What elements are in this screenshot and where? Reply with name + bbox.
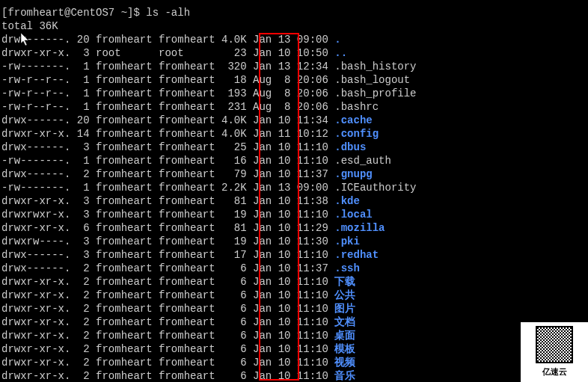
file-name: .config <box>334 128 379 140</box>
file-name: .pki <box>334 235 360 247</box>
file-meta: drwxrw----. 3 fromheart fromheart 19 Jan… <box>1 235 334 247</box>
list-item: drwxr-xr-x. 14 fromheart fromheart 4.0K … <box>1 127 587 141</box>
file-meta: drwxr-xr-x. 2 fromheart fromheart 6 Jan … <box>1 303 334 315</box>
list-item: drwxr-xr-x. 2 fromheart fromheart 6 Jan … <box>1 369 587 382</box>
file-meta: drwxr-xr-x. 2 fromheart fromheart 6 Jan … <box>1 316 334 328</box>
file-name: .bash_profile <box>334 87 416 99</box>
file-name: 音乐 <box>334 370 355 382</box>
total-line: total 36K <box>1 19 587 33</box>
qr-label: 亿速云 <box>542 365 567 378</box>
file-meta: drwxr-xr-x. 2 fromheart fromheart 6 Jan … <box>1 370 334 382</box>
file-name: .bashrc <box>334 101 379 113</box>
shell-prompt: [fromheart@CentOS7 ~]$ <box>1 7 146 19</box>
file-meta: -rw-------. 1 fromheart fromheart 2.2K J… <box>1 182 334 194</box>
file-listing: drwx------. 20 fromheart fromheart 4.0K … <box>1 33 587 382</box>
file-meta: drwxr-xr-x. 6 fromheart fromheart 81 Jan… <box>1 222 334 234</box>
list-item: drwxr-xr-x. 2 fromheart fromheart 6 Jan … <box>1 289 587 302</box>
file-name: .ssh <box>334 262 360 274</box>
file-name: .cache <box>334 114 372 126</box>
file-meta: -rw-r--r--. 1 fromheart fromheart 231 Au… <box>1 101 334 113</box>
file-name: .redhat <box>334 249 379 261</box>
list-item: -rw-------. 1 fromheart fromheart 320 Ja… <box>1 60 587 73</box>
list-item: drwxr-xr-x. 3 fromheart fromheart 81 Jan… <box>1 194 587 208</box>
list-item: drwxr-xr-x. 2 fromheart fromheart 6 Jan … <box>1 315 587 329</box>
list-item: drwx------. 2 fromheart fromheart 79 Jan… <box>1 167 587 181</box>
file-name: . <box>334 34 340 46</box>
file-name: .gnupg <box>334 168 372 180</box>
list-item: drwxr-xr-x. 2 fromheart fromheart 6 Jan … <box>1 342 587 356</box>
file-name: 文档 <box>334 316 355 328</box>
qr-code-icon <box>536 326 573 363</box>
file-name: 公共 <box>334 289 355 301</box>
file-name: .esd_auth <box>334 155 391 167</box>
file-name: .. <box>334 47 347 59</box>
list-item: drwxrwxr-x. 3 fromheart fromheart 19 Jan… <box>1 208 587 221</box>
file-meta: drwx------. 2 fromheart fromheart 6 Jan … <box>1 262 334 274</box>
file-name: 桌面 <box>334 330 355 342</box>
file-meta: drwx------. 2 fromheart fromheart 79 Jan… <box>1 168 334 180</box>
file-meta: -rw-r--r--. 1 fromheart fromheart 193 Au… <box>1 87 334 99</box>
list-item: -rw-------. 1 fromheart fromheart 16 Jan… <box>1 154 587 167</box>
file-name: 视频 <box>334 357 355 369</box>
file-name: .mozilla <box>334 222 385 234</box>
list-item: -rw-r--r--. 1 fromheart fromheart 18 Aug… <box>1 73 587 87</box>
file-meta: drwxr-xr-x. 2 fromheart fromheart 6 Jan … <box>1 289 334 301</box>
list-item: drwx------. 20 fromheart fromheart 4.0K … <box>1 114 587 127</box>
file-meta: drwx------. 20 fromheart fromheart 4.0K … <box>1 114 334 126</box>
list-item: drwxrw----. 3 fromheart fromheart 19 Jan… <box>1 235 587 248</box>
list-item: -rw-------. 1 fromheart fromheart 2.2K J… <box>1 181 587 194</box>
file-name: .kde <box>334 195 360 207</box>
qr-widget[interactable]: 亿速云 <box>521 322 588 382</box>
file-name: .bash_history <box>334 61 416 73</box>
file-meta: -rw-------. 1 fromheart fromheart 320 Ja… <box>1 61 334 73</box>
file-meta: drwxr-xr-x. 3 root root 23 Jan 10 10:50 <box>1 47 334 59</box>
list-item: drwxr-xr-x. 2 fromheart fromheart 6 Jan … <box>1 356 587 369</box>
file-meta: drwxr-xr-x. 2 fromheart fromheart 6 Jan … <box>1 343 334 355</box>
file-name: .bash_logout <box>334 74 410 86</box>
file-meta: drwx------. 20 fromheart fromheart 4.0K … <box>1 34 334 46</box>
list-item: drwxr-xr-x. 2 fromheart fromheart 6 Jan … <box>1 275 587 289</box>
list-item: drwxr-xr-x. 6 fromheart fromheart 81 Jan… <box>1 221 587 235</box>
file-meta: -rw-------. 1 fromheart fromheart 16 Jan… <box>1 155 334 167</box>
file-meta: drwx------. 3 fromheart fromheart 25 Jan… <box>1 141 334 153</box>
list-item: drwx------. 2 fromheart fromheart 6 Jan … <box>1 262 587 275</box>
file-name: 下载 <box>334 276 355 288</box>
file-meta: drwxr-xr-x. 2 fromheart fromheart 6 Jan … <box>1 357 334 369</box>
file-meta: drwxr-xr-x. 2 fromheart fromheart 6 Jan … <box>1 330 334 342</box>
file-name: 模板 <box>334 343 355 355</box>
file-name: .local <box>334 209 372 221</box>
file-meta: drwx------. 3 fromheart fromheart 17 Jan… <box>1 249 334 261</box>
list-item: drwx------. 20 fromheart fromheart 4.0K … <box>1 33 587 46</box>
list-item: drwxr-xr-x. 2 fromheart fromheart 6 Jan … <box>1 329 587 342</box>
list-item: drwxr-xr-x. 3 root root 23 Jan 10 10:50 … <box>1 46 587 60</box>
list-item: -rw-r--r--. 1 fromheart fromheart 231 Au… <box>1 100 587 114</box>
command-text: ls -alh <box>146 7 190 19</box>
file-meta: drwxr-xr-x. 3 fromheart fromheart 81 Jan… <box>1 195 334 207</box>
prompt-line[interactable]: [fromheart@CentOS7 ~]$ ls -alh <box>1 6 587 19</box>
file-meta: drwxr-xr-x. 14 fromheart fromheart 4.0K … <box>1 128 334 140</box>
file-meta: drwxrwxr-x. 3 fromheart fromheart 19 Jan… <box>1 209 334 221</box>
file-meta: drwxr-xr-x. 2 fromheart fromheart 6 Jan … <box>1 276 334 288</box>
file-meta: -rw-r--r--. 1 fromheart fromheart 18 Aug… <box>1 74 334 86</box>
file-name: .ICEauthority <box>334 182 416 194</box>
list-item: drwx------. 3 fromheart fromheart 25 Jan… <box>1 141 587 154</box>
list-item: drwx------. 3 fromheart fromheart 17 Jan… <box>1 248 587 262</box>
list-item: drwxr-xr-x. 2 fromheart fromheart 6 Jan … <box>1 302 587 315</box>
list-item: -rw-r--r--. 1 fromheart fromheart 193 Au… <box>1 87 587 100</box>
file-name: .dbus <box>334 141 366 153</box>
file-name: 图片 <box>334 303 355 315</box>
